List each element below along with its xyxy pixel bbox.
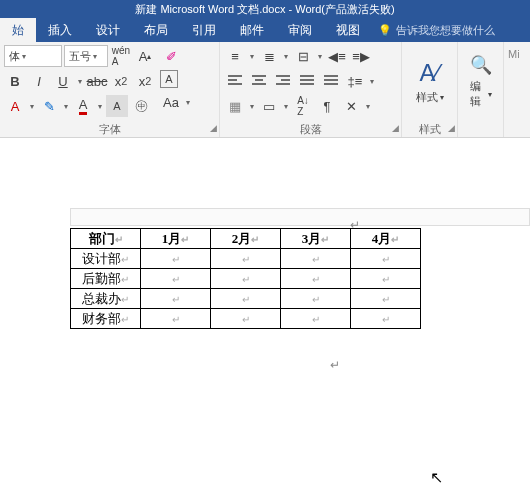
align-left-button[interactable] xyxy=(224,70,246,92)
table-cell[interactable]: 设计部↵ xyxy=(71,249,141,269)
italic-button[interactable]: I xyxy=(28,70,50,92)
ribbon-tabs: 始 插入 设计 布局 引用 邮件 审阅 视图 💡 告诉我您想要做什么 xyxy=(0,18,530,42)
chevron-down-icon: ▾ xyxy=(91,52,99,61)
table-header-cell[interactable]: 4月↵ xyxy=(351,229,421,249)
font-color-dropdown[interactable]: ▾ xyxy=(96,102,104,111)
table-cell[interactable]: ↵ xyxy=(351,249,421,269)
shading-dropdown[interactable]: ▾ xyxy=(248,102,256,111)
increase-indent-button[interactable]: ≡▶ xyxy=(350,45,372,67)
styles-button[interactable]: A⁄ 样式▾ xyxy=(408,45,452,118)
strikethrough-button[interactable]: abc xyxy=(86,70,108,92)
bullets-button[interactable]: ≡ xyxy=(224,45,246,67)
bold-button[interactable]: B xyxy=(4,70,26,92)
group-overflow: Mi xyxy=(504,42,530,137)
bullets-dropdown[interactable]: ▾ xyxy=(248,52,256,61)
tab-layout[interactable]: 布局 xyxy=(132,18,180,42)
group-label-editing xyxy=(458,121,503,137)
table-cell[interactable]: ↵ xyxy=(141,269,211,289)
table-cell[interactable]: ↵ xyxy=(211,289,281,309)
sort-button[interactable]: A↓Z xyxy=(292,95,314,117)
tab-insert[interactable]: 插入 xyxy=(36,18,84,42)
line-spacing-dropdown[interactable]: ▾ xyxy=(368,77,376,86)
show-marks-button[interactable]: ¶ xyxy=(316,95,338,117)
char-border-button[interactable]: A xyxy=(160,70,178,88)
table-cell[interactable]: ↵ xyxy=(141,289,211,309)
table-cell[interactable]: ↵ xyxy=(281,289,351,309)
underline-button[interactable]: U xyxy=(52,70,74,92)
highlight-dropdown[interactable]: ▾ xyxy=(28,102,36,111)
editing-button[interactable]: 🔍 编辑▾ xyxy=(462,45,500,118)
table-cell[interactable]: ↵ xyxy=(141,249,211,269)
align-center-button[interactable] xyxy=(248,70,270,92)
table-header-cell[interactable]: 2月↵ xyxy=(211,229,281,249)
table-cell[interactable]: 后勤部↵ xyxy=(71,269,141,289)
table-cell[interactable]: 财务部↵ xyxy=(71,309,141,329)
group-label-styles: 样式 ◢ xyxy=(402,121,457,137)
styles-dialog-launcher[interactable]: ◢ xyxy=(448,120,455,136)
table-cell[interactable]: ↵ xyxy=(351,269,421,289)
table-cell[interactable]: ↵ xyxy=(211,269,281,289)
font-color-button[interactable]: A xyxy=(72,95,94,117)
document-area[interactable]: ↵ 部门↵1月↵2月↵3月↵4月↵ 设计部↵↵↵↵↵后勤部↵↵↵↵↵总裁办↵↵↵… xyxy=(0,138,530,329)
change-case-button[interactable]: Aa xyxy=(160,91,182,113)
shading-button[interactable]: ▦ xyxy=(224,95,246,117)
tab-view[interactable]: 视图 xyxy=(324,18,372,42)
group-label-paragraph: 段落 ◢ xyxy=(220,121,401,137)
line-spacing-button[interactable]: ‡≡ xyxy=(344,70,366,92)
table-header-cell[interactable]: 1月↵ xyxy=(141,229,211,249)
table-cell[interactable]: ↵ xyxy=(351,289,421,309)
tab-review[interactable]: 审阅 xyxy=(276,18,324,42)
align-right-button[interactable] xyxy=(272,70,294,92)
numbering-button[interactable]: ≣ xyxy=(258,45,280,67)
table-cell[interactable]: ↵ xyxy=(211,249,281,269)
text-effects-dropdown[interactable]: ▾ xyxy=(62,102,70,111)
tell-me-search[interactable]: 💡 告诉我您想要做什么 xyxy=(372,23,495,38)
underline-dropdown[interactable]: ▾ xyxy=(76,77,84,86)
distributed-button[interactable] xyxy=(320,70,342,92)
text-effects-button[interactable]: ✎ xyxy=(38,95,60,117)
table-cell[interactable]: ↵ xyxy=(281,269,351,289)
superscript-button[interactable]: x2 xyxy=(134,70,156,92)
font-dialog-launcher[interactable]: ◢ xyxy=(210,120,217,136)
window-title: 新建 Microsoft Word 文档.docx - Word(产品激活失败) xyxy=(0,0,530,18)
font-size-combo[interactable]: 五号 ▾ xyxy=(64,45,108,67)
table-cell[interactable]: 总裁办↵ xyxy=(71,289,141,309)
table-cell[interactable]: ↵ xyxy=(351,309,421,329)
chevron-down-icon: ▾ xyxy=(20,52,28,61)
lightbulb-icon: 💡 xyxy=(378,24,392,37)
table-cell[interactable]: ↵ xyxy=(211,309,281,329)
align-right-icon xyxy=(276,75,290,87)
table-cell[interactable]: ↵ xyxy=(281,309,351,329)
decrease-indent-button[interactable]: ◀≡ xyxy=(326,45,348,67)
horizontal-ruler[interactable] xyxy=(70,208,530,226)
borders-dropdown[interactable]: ▾ xyxy=(282,102,290,111)
tab-references[interactable]: 引用 xyxy=(180,18,228,42)
phonetic-guide-button[interactable]: wénA xyxy=(110,45,132,67)
tab-mail[interactable]: 邮件 xyxy=(228,18,276,42)
asian-layout-button[interactable]: ✕ xyxy=(340,95,362,117)
styles-icon: A⁄ xyxy=(419,59,439,87)
borders-button[interactable]: ▭ xyxy=(258,95,280,117)
multilevel-dropdown[interactable]: ▾ xyxy=(316,52,324,61)
grow-font-button[interactable]: A▴ xyxy=(134,45,156,67)
table-cell[interactable]: ↵ xyxy=(141,309,211,329)
table-cell[interactable]: ↵ xyxy=(281,249,351,269)
align-justify-button[interactable] xyxy=(296,70,318,92)
font-size-value: 五号 xyxy=(69,49,91,64)
highlight-button[interactable]: A xyxy=(4,95,26,117)
table-header-cell[interactable]: 部门↵ xyxy=(71,229,141,249)
paragraph-dialog-launcher[interactable]: ◢ xyxy=(392,120,399,136)
enclose-char-button[interactable]: ㊥ xyxy=(130,95,152,117)
subscript-button[interactable]: x2 xyxy=(110,70,132,92)
clear-format-button[interactable]: ✐ xyxy=(160,45,182,67)
tab-design[interactable]: 设计 xyxy=(84,18,132,42)
table-header-cell[interactable]: 3月↵ xyxy=(281,229,351,249)
document-table[interactable]: 部门↵1月↵2月↵3月↵4月↵ 设计部↵↵↵↵↵后勤部↵↵↵↵↵总裁办↵↵↵↵↵… xyxy=(70,228,421,329)
char-shading-button[interactable]: A xyxy=(106,95,128,117)
multilevel-button[interactable]: ⊟ xyxy=(292,45,314,67)
font-name-combo[interactable]: 体 ▾ xyxy=(4,45,62,67)
asian-layout-dropdown[interactable]: ▾ xyxy=(364,102,372,111)
change-case-dropdown[interactable]: ▾ xyxy=(184,98,192,107)
numbering-dropdown[interactable]: ▾ xyxy=(282,52,290,61)
tab-home[interactable]: 始 xyxy=(0,18,36,42)
